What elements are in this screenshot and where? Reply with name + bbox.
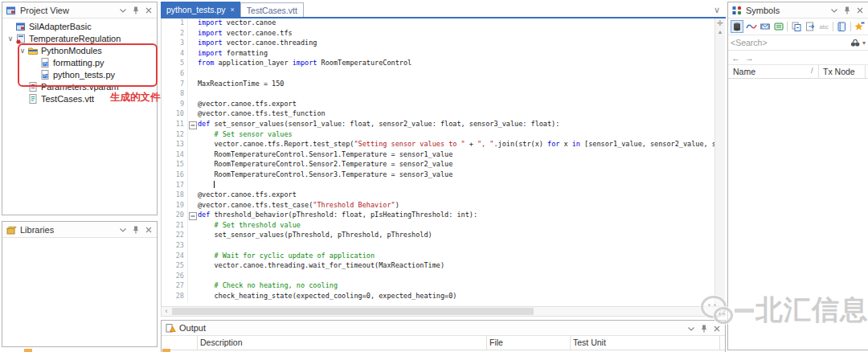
code-line[interactable]: 21 # Set threshold value — [162, 221, 726, 231]
code-line[interactable]: 2import vector.canoe.tfs — [162, 29, 726, 39]
frame-icon[interactable] — [772, 20, 784, 33]
code-line[interactable]: 18@vector.canoe.tfs.export — [162, 190, 726, 201]
symbols-column-tx-node[interactable]: Tx Node — [823, 67, 855, 76]
code-line[interactable]: 11def set_sensor_values(sensor1_value: f… — [162, 120, 726, 130]
code-text: RoomTemperatureControl.Sensor1.Temperatu… — [198, 150, 452, 161]
chevron-down-icon[interactable] — [117, 5, 128, 15]
notebook-icon[interactable] — [836, 20, 848, 33]
editor-vertical-scrollbar[interactable]: ✛ ▲ — [714, 18, 725, 306]
code-line[interactable]: 1import vector.canoe — [162, 18, 726, 29]
code-line[interactable]: 12 # Set sensor values — [162, 130, 726, 141]
chevron-down-icon[interactable] — [829, 5, 839, 15]
close-icon[interactable] — [854, 5, 865, 15]
tree-item-label: TestCases.vtt — [41, 94, 94, 104]
output-column-file[interactable]: File — [489, 338, 503, 347]
close-icon[interactable] — [143, 224, 154, 235]
pin-icon[interactable] — [130, 224, 141, 235]
scroll-right-icon[interactable]: › — [715, 307, 725, 316]
column-divider[interactable] — [865, 65, 866, 78]
tree-item-pythonmodules[interactable]: ∨PythonModules — [2, 44, 157, 56]
database-icon[interactable] — [731, 20, 743, 33]
code-line[interactable]: 14 RoomTemperatureControl.Sensor1.Temper… — [162, 150, 726, 161]
code-line[interactable]: 20def threshold_behavior(pThreshold: flo… — [162, 211, 726, 221]
nav-back-icon[interactable]: ← — [731, 53, 740, 63]
code-line[interactable]: 15 RoomTemperatureControl.Sensor2.Temper… — [162, 160, 726, 170]
abc-icon[interactable]: abc — [818, 20, 830, 33]
code-line[interactable]: 6 — [162, 69, 726, 80]
code-line[interactable]: 19@vector.canoe.tfs.test_case("Threshold… — [162, 201, 726, 211]
tree-item-formatting-py[interactable]: Pyformatting.py — [2, 56, 157, 68]
code-line[interactable]: 28 check_heating_state(expected_cooling=… — [162, 292, 726, 302]
tree-item-siladapterbasic[interactable]: SilAdapterBasic — [2, 20, 157, 32]
code-line[interactable]: 8 — [162, 89, 726, 100]
pin-icon[interactable] — [698, 323, 709, 334]
line-number: 12 — [162, 130, 187, 141]
code-text: import vector.canoe.threading — [198, 39, 317, 49]
close-icon[interactable] — [711, 323, 722, 334]
splitter-grip-icon[interactable]: ✛ — [717, 20, 723, 27]
code-line[interactable]: 13 vector.canoe.tfs.Report.test_step("Se… — [162, 140, 726, 150]
favorites-icon[interactable] — [854, 20, 866, 33]
tab-list-chevron-icon[interactable]: ∨ — [714, 5, 720, 15]
libraries-titlebar: Libraries — [2, 222, 157, 238]
code-line[interactable]: 10@vector.canoe.tfs.test_function — [162, 109, 726, 120]
chevron-down-icon[interactable] — [686, 323, 696, 334]
line-number: 1 — [162, 18, 187, 29]
message-icon[interactable] — [759, 20, 771, 33]
pin-icon[interactable] — [130, 5, 141, 15]
code-line[interactable]: 7MaxReactionTime = 150 — [162, 80, 726, 90]
code-line[interactable]: 3import vector.canoe.threading — [162, 39, 726, 49]
output-icon — [165, 322, 176, 334]
tree-expander-icon[interactable]: ∨ — [18, 47, 27, 55]
project-icon — [15, 21, 27, 32]
code-line[interactable]: 23 — [162, 241, 726, 252]
tree-expander-icon[interactable]: ∨ — [6, 35, 15, 43]
column-divider[interactable] — [486, 336, 487, 350]
scroll-left-icon[interactable]: ‹ — [162, 307, 171, 316]
code-line[interactable]: 9@vector.canoe.tfs.export — [162, 100, 726, 110]
code-line[interactable]: 17 — [162, 181, 726, 191]
tab-close-icon[interactable]: × — [231, 6, 235, 14]
hscroll-thumb[interactable] — [172, 308, 534, 315]
code-line[interactable]: 4import formatting — [162, 49, 726, 59]
output-column-description[interactable]: Description — [200, 338, 243, 347]
editor-horizontal-scrollbar[interactable]: ‹ › — [161, 306, 726, 317]
pin-icon[interactable] — [841, 5, 852, 15]
tab-python-tests-py[interactable]: python_tests.py× — [161, 2, 240, 17]
copy-symbols-icon[interactable] — [790, 20, 802, 33]
signal-icon[interactable] — [745, 20, 757, 33]
fold-collapse-icon[interactable] — [187, 211, 198, 221]
symbols-column-name[interactable]: Name — [733, 67, 755, 76]
code-line[interactable]: 24 # Wait for cyclic update of applicati… — [162, 252, 726, 262]
tab-testcases-vtt[interactable]: TestCases.vtt — [240, 2, 304, 17]
symbols-list[interactable] — [728, 79, 868, 344]
export-icon[interactable] — [805, 20, 817, 33]
code-line[interactable]: 27 # Check no heating, no cooling — [162, 281, 726, 292]
close-icon[interactable] — [143, 5, 154, 15]
search-options-chevron-icon[interactable]: ▾ — [862, 39, 866, 47]
code-line[interactable]: 25 vector.canoe.threading.wait_for_timeo… — [162, 261, 726, 272]
nav-forward-icon[interactable]: → — [745, 53, 754, 63]
output-column-test-unit[interactable]: Test Unit — [573, 338, 606, 347]
tree-item-temperatureregulation[interactable]: ∨TemperatureRegulation — [2, 32, 157, 44]
fold-column — [187, 29, 198, 39]
column-divider[interactable] — [719, 336, 720, 350]
fold-column — [187, 261, 198, 272]
scroll-up-icon[interactable]: ▲ — [716, 29, 724, 35]
code-line[interactable]: 22 set_sensor_values(pThreshold, pThresh… — [162, 231, 726, 241]
column-divider[interactable] — [818, 65, 819, 78]
column-divider[interactable] — [570, 336, 571, 350]
fold-column — [187, 80, 198, 90]
tree-item-python-tests-py[interactable]: Pypython_tests.py — [2, 68, 157, 80]
column-divider[interactable] — [197, 336, 198, 350]
symbols-title: Symbols — [746, 6, 829, 15]
search-input[interactable]: <Search> — [731, 38, 850, 47]
code-editor[interactable]: 1import vector.canoe2import vector.canoe… — [161, 18, 726, 306]
code-line[interactable]: 16 RoomTemperatureControl.Sensor3.Temper… — [162, 170, 726, 181]
code-line[interactable]: 26 — [162, 272, 726, 282]
fold-collapse-icon[interactable] — [187, 120, 198, 130]
code-line[interactable]: 5from application_layer import RoomTempe… — [162, 59, 726, 69]
chevron-down-icon[interactable] — [117, 224, 128, 235]
line-number: 3 — [162, 39, 187, 49]
search-icon[interactable] — [850, 37, 861, 48]
